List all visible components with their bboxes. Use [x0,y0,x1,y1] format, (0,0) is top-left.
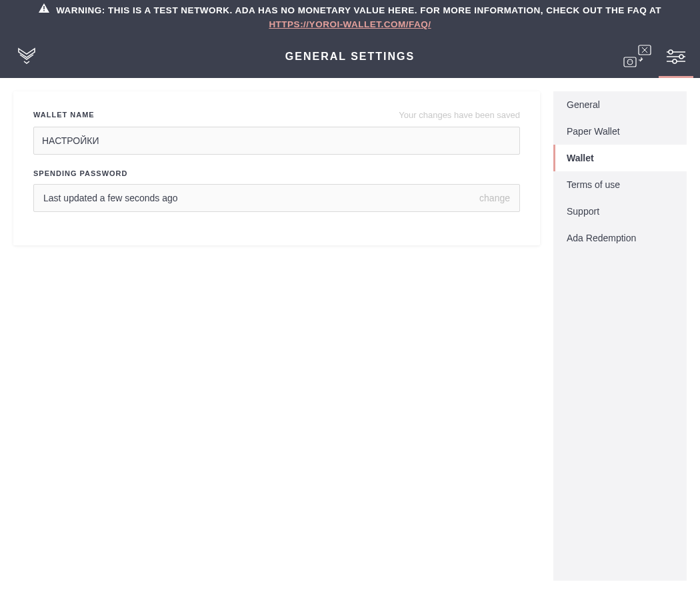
spending-password-status: Last updated a few seconds ago [43,193,178,203]
content: WALLET NAME Your changes have been saved… [0,78,700,592]
page-title: GENERAL SETTINGS [285,51,415,63]
warning-link[interactable]: HTTPS://YOROI-WALLET.COM/FAQ/ [13,18,687,31]
settings-icon[interactable] [665,35,687,78]
spending-password-label: SPENDING PASSWORD [33,169,127,177]
wallet-name-input[interactable] [33,127,520,155]
svg-point-6 [631,61,631,61]
svg-point-4 [627,59,633,65]
sidebar-item-ada-redemption[interactable]: Ada Redemption [553,225,687,251]
warning-icon [39,3,49,17]
change-password-link[interactable]: change [479,193,510,203]
svg-rect-3 [624,57,636,67]
wallet-name-label: WALLET NAME [33,111,95,119]
warning-text: WARNING: THIS IS A TEST NETWORK. ADA HAS… [56,5,661,15]
wallet-name-saved-hint: Your changes have been saved [399,110,520,120]
svg-point-8 [669,50,673,54]
settings-sidebar: General Paper Wallet Wallet Terms of use… [553,91,687,581]
wallet-name-group: WALLET NAME Your changes have been saved [33,110,520,155]
sidebar-item-general[interactable]: General [553,91,687,118]
sidebar-item-paper-wallet[interactable]: Paper Wallet [553,118,687,145]
sidebar-item-terms-of-use[interactable]: Terms of use [553,171,687,198]
sidebar-item-wallet[interactable]: Wallet [553,145,687,171]
logo-icon[interactable] [13,43,40,70]
topbar-right [623,35,687,78]
svg-rect-1 [43,11,45,12]
svg-point-10 [679,55,683,59]
daedalus-transfer-icon[interactable] [623,35,652,78]
warning-banner: WARNING: THIS IS A TEST NETWORK. ADA HAS… [0,0,700,35]
svg-point-5 [628,61,629,61]
svg-rect-0 [43,6,45,9]
svg-point-12 [673,59,677,63]
sidebar-item-support[interactable]: Support [553,198,687,225]
topbar: GENERAL SETTINGS [0,35,700,78]
spending-password-group: SPENDING PASSWORD Last updated a few sec… [33,169,520,212]
spending-password-row: Last updated a few seconds ago change [33,184,520,212]
main-panel: WALLET NAME Your changes have been saved… [13,91,540,245]
